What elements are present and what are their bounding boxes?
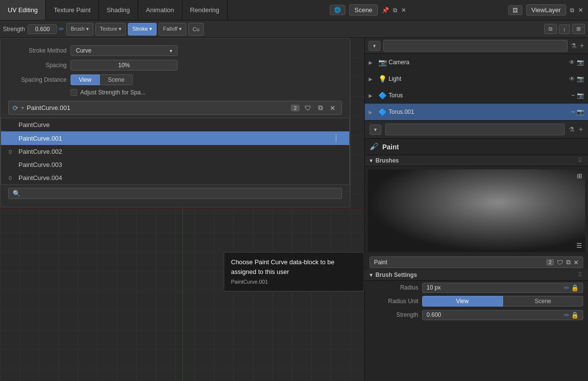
curve-search-box: 🔍 <box>8 188 342 199</box>
overlay-btn[interactable]: ⧉ <box>544 24 557 34</box>
close-icon[interactable]: ✕ <box>573 259 579 266</box>
viewlayer-name[interactable]: ViewLayer <box>526 4 566 16</box>
visibility-icon[interactable]: 👁 <box>569 59 575 66</box>
stroke-btn[interactable]: Stroke ▾ <box>128 23 157 36</box>
copy-icon[interactable]: ⧉ <box>316 103 325 113</box>
filter-icon[interactable]: ⚗ <box>570 42 577 50</box>
expand-icon: ▶ <box>369 76 376 82</box>
shield-icon[interactable]: 🛡 <box>557 259 563 266</box>
outliner-item-torus-001[interactable]: ▶ 🔷 Torus.001 ~ 📷 <box>365 104 588 120</box>
curve-dropdown-arrow[interactable]: ▾ <box>21 105 24 110</box>
radius-unit-label: Radius Unit <box>370 298 418 305</box>
strength-prop-value[interactable]: 0.600 ✏ 🔒 <box>422 310 583 320</box>
curve-item-paintcurve-002[interactable]: 0 PaintCurve.002 <box>1 145 349 158</box>
strength-edit-icon[interactable]: ✏ <box>564 311 570 319</box>
strength-value[interactable]: 0.600 <box>28 24 57 34</box>
tab-uv-editing[interactable]: UV Editing <box>0 0 46 20</box>
spacing-input[interactable]: 10% <box>71 60 178 71</box>
scene-icon-btn[interactable]: 🌐 <box>330 5 345 15</box>
light-icon: 💡 <box>378 75 387 83</box>
outliner-item-icons: ~ 📷 <box>571 109 584 115</box>
curve-item-paintcurve-003[interactable]: PaintCurve.003 <box>1 158 349 171</box>
paint-curve-bar: ⟳ ▾ PaintCurve.001 2 🛡 ⧉ ✕ <box>8 101 342 115</box>
falloff-label: Falloff ▾ <box>163 26 182 32</box>
tab-animation[interactable]: Animation <box>138 0 182 20</box>
chevron-down-icon: ▾ <box>170 48 172 54</box>
stroke-method-dropdown[interactable]: Curve ▾ <box>71 45 178 56</box>
outliner-search-input[interactable] <box>383 40 568 52</box>
visibility-icon[interactable]: ~ <box>571 92 575 99</box>
brush-btn[interactable]: Brush ▾ <box>66 23 93 36</box>
prop-search-input[interactable] <box>385 124 565 135</box>
radius-scene-btn[interactable]: Scene <box>503 296 584 307</box>
brushes-section-header[interactable]: ▾ Brushes ⠿ <box>365 155 588 166</box>
scene-btn[interactable]: Scene <box>100 74 133 85</box>
camera-render-icon[interactable]: 📷 <box>577 75 584 82</box>
scene-name[interactable]: Scene <box>349 4 378 16</box>
brush-expand-icon[interactable]: ⊞ <box>577 172 582 180</box>
strength-edit-icon[interactable]: ✏ <box>59 25 64 33</box>
brush-settings-section-header[interactable]: ▾ Brush Settings ⠿ <box>365 270 588 281</box>
cu-btn[interactable]: Cu <box>188 23 204 36</box>
viewlayer-close-icon[interactable]: ✕ <box>578 7 583 14</box>
prop-add-icon[interactable]: + <box>579 125 583 134</box>
tab-shading[interactable]: Shading <box>99 0 138 20</box>
strength-prop-label: Strength <box>370 311 418 318</box>
camera-render-icon[interactable]: 📷 <box>577 59 584 66</box>
close-icon[interactable]: ✕ <box>401 7 406 14</box>
adjust-strength-row: Adjust Strength for Spa... <box>0 87 350 98</box>
outliner-item-torus[interactable]: ▶ 🔷 Torus ~ 📷 <box>365 87 588 104</box>
expand-icon: ▶ <box>369 109 376 115</box>
texture-btn[interactable]: Texture ▾ <box>95 23 126 36</box>
visibility-icon[interactable]: ~ <box>571 109 575 115</box>
radius-lock-icon[interactable]: 🔒 <box>571 284 579 291</box>
radius-edit-icon[interactable]: ✏ <box>564 284 570 291</box>
radius-value[interactable]: 10 px ✏ 🔒 <box>422 283 583 293</box>
right-panel: ▾ ⚗ + ▶ 📷 Camera 👁 📷 ▶ 💡 Light <box>364 38 588 381</box>
brush-label: Brush ▾ <box>71 26 89 32</box>
copy-icon[interactable]: ⧉ <box>393 7 397 14</box>
curve-item-paintcurve[interactable]: PaintCurve <box>1 118 349 131</box>
radius-label: Radius <box>370 284 418 291</box>
tab-rendering[interactable]: Rendering <box>182 0 228 20</box>
cu-label: Cu <box>193 26 199 32</box>
section-handle: ⠿ <box>578 272 583 278</box>
outliner-item-camera[interactable]: ▶ 📷 Camera 👁 📷 <box>365 54 588 71</box>
curve-search-input[interactable] <box>23 190 338 197</box>
search-icon: 🔍 <box>13 190 20 197</box>
toolbar: Strength 0.600 ✏ Brush ▾ Texture ▾ Strok… <box>0 20 588 38</box>
copy-icon[interactable]: ⧉ <box>566 258 570 266</box>
falloff-btn[interactable]: Falloff ▾ <box>159 23 186 36</box>
view-settings-btn[interactable]: ⊞ <box>572 24 585 34</box>
radius-view-btn[interactable]: View <box>422 296 503 307</box>
topbar-center: 🌐 Scene 📌 ⧉ ✕ <box>228 4 508 16</box>
viewlayer-icon-btn[interactable]: 🖼 <box>508 5 522 15</box>
strength-lock-icon[interactable]: 🔒 <box>571 311 579 319</box>
stroke-method-row: Stroke Method Curve ▾ <box>0 43 350 58</box>
paint-icon: 🖌 <box>370 142 378 152</box>
curve-item-paintcurve-004[interactable]: 0 PaintCurve.004 <box>1 171 349 184</box>
prop-filter-icon[interactable]: ⚗ <box>569 126 575 133</box>
stroke-label: Stroke ▾ <box>132 26 152 32</box>
expand-icon: ▶ <box>369 60 376 65</box>
prop-filter-btn[interactable]: ▾ <box>370 125 381 135</box>
shield-icon[interactable]: 🛡 <box>303 103 313 113</box>
visibility-icon[interactable]: 👁 <box>569 75 575 82</box>
curve-item-paintcurve-001[interactable]: PaintCurve.001 <box>1 131 349 145</box>
close-icon[interactable]: ✕ <box>328 103 338 113</box>
gizmo-btn[interactable]: ↕ <box>559 24 570 34</box>
brush-list-icon[interactable]: ☰ <box>576 242 582 249</box>
add-icon[interactable]: + <box>580 41 584 50</box>
pin-icon[interactable]: 📌 <box>382 7 389 14</box>
outliner-item-light[interactable]: ▶ 💡 Light 👁 📷 <box>365 71 588 87</box>
tab-texture-paint[interactable]: Texture Paint <box>46 0 99 20</box>
view-btn[interactable]: View <box>71 74 100 85</box>
spacing-row: Spacing 10% <box>0 58 350 73</box>
camera-render-icon[interactable]: 📷 <box>577 109 584 115</box>
camera-render-icon[interactable]: 📷 <box>577 92 584 99</box>
strength-row: Strength 0.600 ✏ 🔒 <box>365 308 588 322</box>
adjust-strength-checkbox[interactable] <box>71 89 77 96</box>
viewlayer-copy-icon[interactable]: ⧉ <box>570 7 574 14</box>
outliner-filter-btn[interactable]: ▾ <box>369 41 380 51</box>
spacing-btn-group: View Scene <box>71 74 133 85</box>
